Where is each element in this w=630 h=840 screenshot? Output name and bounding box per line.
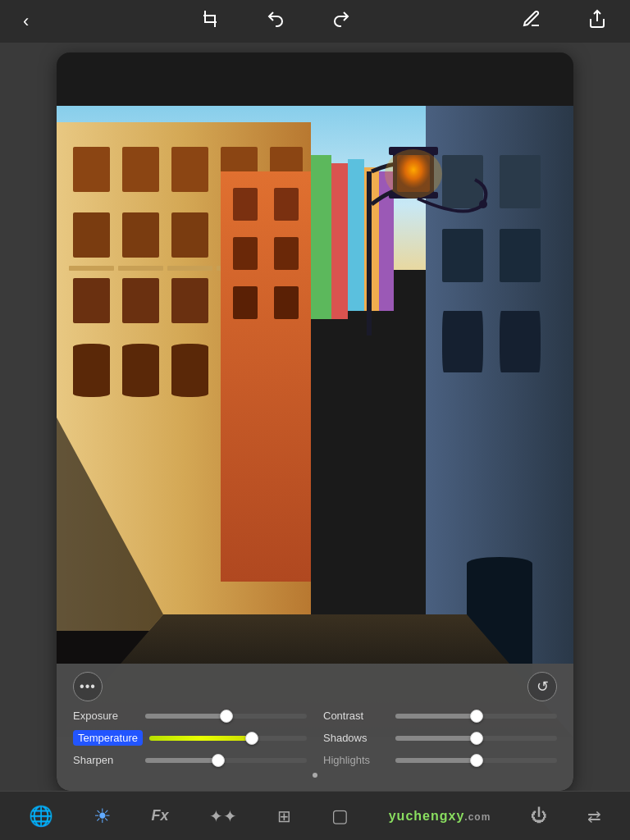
svg-rect-29 — [274, 237, 299, 270]
sharpen-row: Sharpen — [73, 754, 307, 766]
sharpen-label: Sharpen — [73, 754, 139, 766]
page-indicator — [73, 773, 557, 778]
svg-rect-31 — [274, 286, 299, 319]
svg-rect-18 — [122, 344, 159, 397]
svg-point-53 — [479, 200, 487, 208]
page-dot — [313, 773, 317, 778]
draw-icon[interactable] — [515, 2, 548, 40]
crop-icon[interactable] — [194, 2, 226, 40]
svg-rect-15 — [171, 278, 208, 323]
sharpen-slider[interactable] — [145, 758, 307, 763]
undo-icon[interactable] — [259, 2, 292, 40]
shuffle-icon: ⇄ — [587, 806, 601, 826]
svg-rect-40 — [442, 229, 483, 282]
svg-rect-23 — [167, 266, 212, 271]
svg-point-52 — [385, 149, 442, 199]
svg-rect-39 — [500, 155, 541, 208]
nav-globe[interactable]: 🌐 — [19, 801, 63, 831]
svg-rect-9 — [122, 212, 159, 258]
svg-rect-8 — [73, 212, 110, 258]
svg-rect-21 — [69, 266, 114, 271]
sun-icon: ☀ — [94, 805, 112, 828]
nav-power[interactable]: ⏻ — [521, 803, 557, 829]
main-area: ••• ↺ Exposure Contrast — [0, 43, 630, 791]
contrast-label: Contrast — [323, 710, 389, 722]
nav-shuffle[interactable]: ⇄ — [578, 803, 611, 829]
svg-rect-30 — [233, 286, 258, 319]
svg-rect-3 — [73, 147, 110, 192]
back-button[interactable]: ‹ — [16, 4, 35, 39]
svg-rect-26 — [233, 188, 258, 221]
top-toolbar: ‹ — [0, 0, 630, 43]
highlights-row: Highlights — [323, 754, 557, 766]
contrast-slider[interactable] — [395, 714, 557, 719]
highlights-label: Highlights — [323, 754, 389, 766]
brand-text: yuchengxy.com — [389, 809, 491, 824]
svg-rect-32 — [311, 155, 331, 319]
shadows-row: Shadows — [323, 730, 557, 746]
globe-icon: 🌐 — [29, 805, 53, 828]
fx-icon: Fx — [152, 807, 169, 824]
toolbar-right — [515, 2, 614, 40]
nav-adjust[interactable]: ☀ — [84, 801, 121, 831]
panel-header: ••• ↺ — [73, 672, 557, 701]
reset-button[interactable]: ↺ — [527, 672, 557, 701]
svg-rect-33 — [331, 163, 348, 319]
nav-fx[interactable]: Fx — [142, 804, 179, 828]
svg-rect-17 — [73, 344, 110, 397]
sliders-grid: Exposure Contrast Temperatur — [73, 710, 557, 766]
shadows-label: Shadows — [323, 732, 389, 744]
svg-rect-27 — [274, 188, 299, 221]
exposure-label: Exposure — [73, 710, 139, 722]
svg-rect-47 — [367, 171, 372, 336]
nav-grid[interactable]: ⊞ — [267, 803, 301, 829]
svg-rect-34 — [348, 159, 364, 311]
bottom-nav: 🌐 ☀ Fx ✦✦ ⊞ ▢ yuchengxy.com ⏻ ⇄ — [0, 791, 630, 840]
toolbar-center — [194, 2, 358, 40]
redo-icon[interactable] — [325, 2, 358, 40]
exposure-slider[interactable] — [145, 714, 307, 719]
svg-rect-28 — [233, 237, 258, 270]
power-icon: ⏻ — [531, 806, 547, 825]
svg-rect-22 — [118, 266, 163, 271]
svg-rect-4 — [122, 147, 159, 192]
svg-rect-10 — [171, 212, 208, 258]
nav-square[interactable]: ▢ — [322, 802, 358, 830]
more-options-button[interactable]: ••• — [73, 672, 103, 701]
svg-rect-25 — [221, 171, 311, 582]
temperature-row: Temperature — [73, 730, 307, 746]
highlights-slider[interactable] — [395, 758, 557, 763]
share-icon[interactable] — [581, 2, 614, 40]
nav-stars[interactable]: ✦✦ — [199, 803, 247, 829]
svg-rect-19 — [171, 344, 208, 397]
shadows-slider[interactable] — [395, 736, 557, 741]
photo-container: ••• ↺ Exposure Contrast — [57, 52, 573, 791]
svg-rect-41 — [500, 229, 541, 282]
temperature-slider[interactable] — [149, 736, 307, 741]
svg-rect-5 — [171, 147, 208, 192]
svg-rect-13 — [73, 278, 110, 323]
stars-icon: ✦✦ — [209, 806, 237, 826]
grid-icon: ⊞ — [277, 806, 291, 826]
adjustment-panel: ••• ↺ Exposure Contrast — [57, 664, 573, 791]
svg-rect-14 — [122, 278, 159, 323]
temperature-label: Temperature — [73, 730, 143, 746]
svg-rect-42 — [442, 311, 483, 372]
svg-rect-43 — [500, 311, 541, 372]
exposure-row: Exposure — [73, 710, 307, 722]
square-icon: ▢ — [331, 806, 349, 827]
contrast-row: Contrast — [323, 710, 557, 722]
nav-brand: yuchengxy.com — [379, 806, 501, 827]
